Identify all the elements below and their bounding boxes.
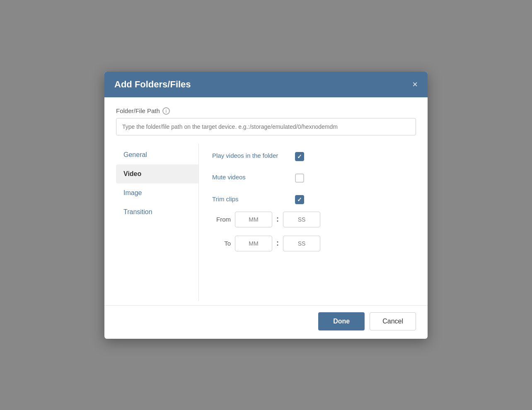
trim-clips-label: Trim clips xyxy=(212,195,287,203)
sidebar: General Video Image Transition xyxy=(116,144,199,301)
add-folders-files-dialog: Add Folders/Files × Folder/File Path i G… xyxy=(104,72,428,339)
dialog-footer: Done Cancel xyxy=(104,305,428,339)
trim-section: From : To : xyxy=(212,212,403,251)
to-time-row: To : xyxy=(212,236,403,251)
dialog-title: Add Folders/Files xyxy=(114,79,191,90)
sidebar-item-general[interactable]: General xyxy=(116,145,198,164)
to-label: To xyxy=(212,240,231,247)
from-mm-input[interactable] xyxy=(235,212,272,227)
dialog-header: Add Folders/Files × xyxy=(104,72,428,97)
dialog-body: Folder/File Path i General Video Image T… xyxy=(104,97,428,301)
to-colon: : xyxy=(276,239,279,248)
path-input[interactable] xyxy=(116,118,416,135)
to-ss-input[interactable] xyxy=(283,236,320,251)
sidebar-item-transition[interactable]: Transition xyxy=(116,203,198,222)
sidebar-item-image[interactable]: Image xyxy=(116,183,198,203)
video-settings-panel: Play videos in the folder Mute videos Tr… xyxy=(199,144,416,301)
content-area: General Video Image Transition Play vide… xyxy=(116,144,416,301)
from-colon: : xyxy=(276,215,279,224)
path-field-label: Folder/File Path i xyxy=(116,107,416,115)
mute-videos-checkbox[interactable] xyxy=(295,174,304,183)
play-videos-row: Play videos in the folder xyxy=(212,151,403,161)
done-button[interactable]: Done xyxy=(318,312,365,330)
from-label: From xyxy=(212,216,231,223)
to-mm-input[interactable] xyxy=(235,236,272,251)
cancel-button[interactable]: Cancel xyxy=(370,312,416,330)
info-icon[interactable]: i xyxy=(162,107,170,115)
play-videos-label: Play videos in the folder xyxy=(212,151,287,160)
close-button[interactable]: × xyxy=(412,80,418,89)
trim-clips-row: Trim clips xyxy=(212,194,403,204)
from-time-row: From : xyxy=(212,212,403,227)
trim-clips-checkbox[interactable] xyxy=(295,195,304,204)
from-ss-input[interactable] xyxy=(283,212,320,227)
mute-videos-label: Mute videos xyxy=(212,173,287,181)
sidebar-item-video[interactable]: Video xyxy=(116,164,198,183)
play-videos-checkbox[interactable] xyxy=(295,152,304,161)
mute-videos-row: Mute videos xyxy=(212,173,403,183)
